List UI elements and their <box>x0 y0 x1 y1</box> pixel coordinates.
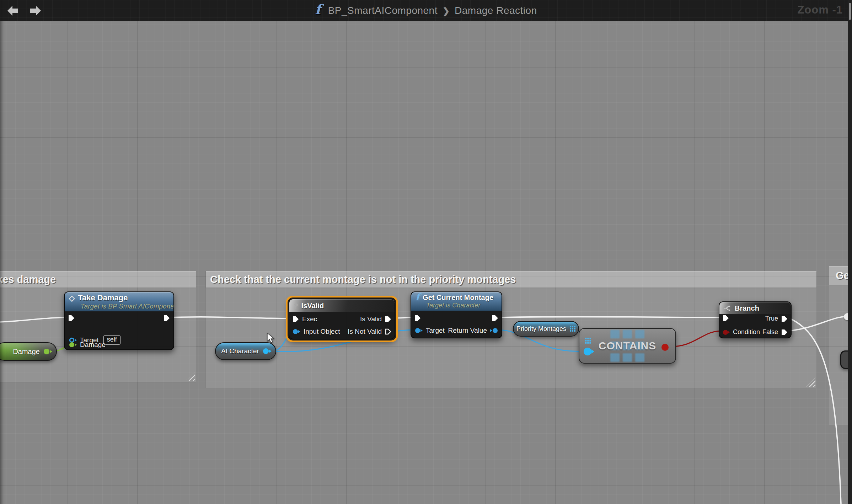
scrollbar-thumb[interactable] <box>849 3 851 20</box>
damage-float-pin[interactable] <box>69 342 77 348</box>
node-subtitle: Target is BP Smart AIComponent <box>81 302 173 310</box>
damage-float-out-pin[interactable] <box>43 348 53 355</box>
is-not-valid-exec-out-pin[interactable] <box>385 328 391 335</box>
ai-character-object-out-pin[interactable] <box>263 348 272 354</box>
target-self-value[interactable]: self <box>103 335 120 345</box>
node-get-current-montage[interactable]: f Get Current Montage Target is Characte… <box>411 291 502 338</box>
contains-node-title: CONTAINS <box>599 340 656 352</box>
function-icon: f <box>315 3 321 16</box>
comment-resize-grip[interactable] <box>806 377 815 387</box>
event-diamond-icon: ◇ <box>69 294 75 302</box>
exec-in-pin[interactable] <box>68 315 75 321</box>
node-header[interactable]: f Get Current Montage Target is Characte… <box>411 292 502 311</box>
target-array-grid-pin[interactable] <box>585 338 591 344</box>
branch-fork-icon <box>724 305 732 311</box>
breadcrumb: f BP_SmartAIComponent ❯ Damage Reaction <box>0 0 852 21</box>
pin-label-is-valid: Is Valid <box>360 315 382 323</box>
comment-header-check-montage[interactable]: Check that the current montage is not in… <box>206 271 816 288</box>
item-to-find-object-pin[interactable] <box>584 347 594 356</box>
breadcrumb-graph-name: Damage Reaction <box>455 5 537 16</box>
variable-label: AI Character <box>221 347 259 355</box>
variable-get-priority-montages[interactable]: Priority Montages <box>513 321 579 337</box>
back-arrow-button[interactable] <box>6 5 21 17</box>
blueprint-graph-canvas[interactable]: akes damage Check that the current monta… <box>0 0 852 504</box>
node-is-valid[interactable]: ? IsValid Exec Is Valid Input Object Is … <box>289 299 395 339</box>
comment-title: Ge <box>829 270 850 282</box>
node-title: Branch <box>735 304 759 312</box>
pin-label-exec: Exec <box>302 315 317 323</box>
node-header[interactable]: ? IsValid <box>289 299 395 312</box>
pin-label-damage: Damage <box>80 341 106 349</box>
pin-label-false: False <box>762 328 778 336</box>
exec-in-pin[interactable] <box>414 315 421 321</box>
exec-out-pin[interactable] <box>492 315 498 321</box>
comment-resize-grip[interactable] <box>186 372 195 381</box>
pin-label-true: True <box>765 315 778 322</box>
breadcrumb-blueprint-name: BP_SmartAIComponent <box>328 5 438 16</box>
comment-title: akes damage <box>0 274 56 285</box>
node-header[interactable]: ◇ Take Damage Target is BP Smart AICompo… <box>65 292 173 311</box>
exec-in-pin[interactable] <box>293 316 299 322</box>
priority-montages-array-out-pin[interactable] <box>570 326 575 332</box>
function-icon: f <box>416 293 419 302</box>
variable-label: Priority Montages <box>516 325 566 333</box>
return-value-object-pin[interactable] <box>490 328 498 333</box>
node-branch[interactable]: Branch True Condition False <box>719 301 792 338</box>
exec-in-pin[interactable] <box>723 315 729 321</box>
node-header[interactable]: Branch <box>719 302 791 314</box>
pin-label-condition: Condition <box>733 328 760 336</box>
node-title: IsValid <box>301 302 324 310</box>
pin-label-return-value: Return Value <box>448 327 487 334</box>
pin-label-input-object: Input Object <box>304 328 340 336</box>
false-exec-out-pin[interactable] <box>781 329 788 336</box>
forward-arrow-button[interactable] <box>28 5 43 17</box>
zoom-level-indicator: Zoom -1 <box>797 4 843 16</box>
pin-label-is-not-valid: Is Not Valid <box>348 328 382 336</box>
node-array-contains[interactable]: CONTAINS <box>579 328 676 364</box>
input-object-pin[interactable] <box>293 329 300 334</box>
node-title: Get Current Montage <box>423 294 493 302</box>
variable-label: Damage <box>13 348 40 356</box>
node-title: Take Damage <box>78 293 128 302</box>
target-object-pin[interactable] <box>415 328 423 333</box>
pin-label-target: Target <box>426 327 445 334</box>
node-subtitle: Target is Character <box>426 302 502 309</box>
chevron-right-icon: ❯ <box>443 6 450 16</box>
variable-get-damage[interactable]: Damage <box>0 342 57 361</box>
variable-get-ai-character[interactable]: AI Character <box>215 342 276 360</box>
exec-out-pin[interactable] <box>164 315 170 321</box>
scrollbar-track <box>848 0 852 504</box>
node-take-damage[interactable]: ◇ Take Damage Target is BP Smart AICompo… <box>64 291 174 350</box>
is-valid-exec-out-pin[interactable] <box>385 316 391 322</box>
condition-bool-pin[interactable] <box>723 329 730 335</box>
comment-header-takes-damage[interactable]: akes damage <box>0 271 196 288</box>
comment-title: Check that the current montage is not in… <box>206 274 516 285</box>
question-mark-icon: ? <box>294 302 298 310</box>
graph-title-bar: f BP_SmartAIComponent ❯ Damage Reaction … <box>0 0 852 21</box>
true-exec-out-pin[interactable] <box>781 316 788 322</box>
result-bool-out-pin[interactable] <box>661 343 669 351</box>
